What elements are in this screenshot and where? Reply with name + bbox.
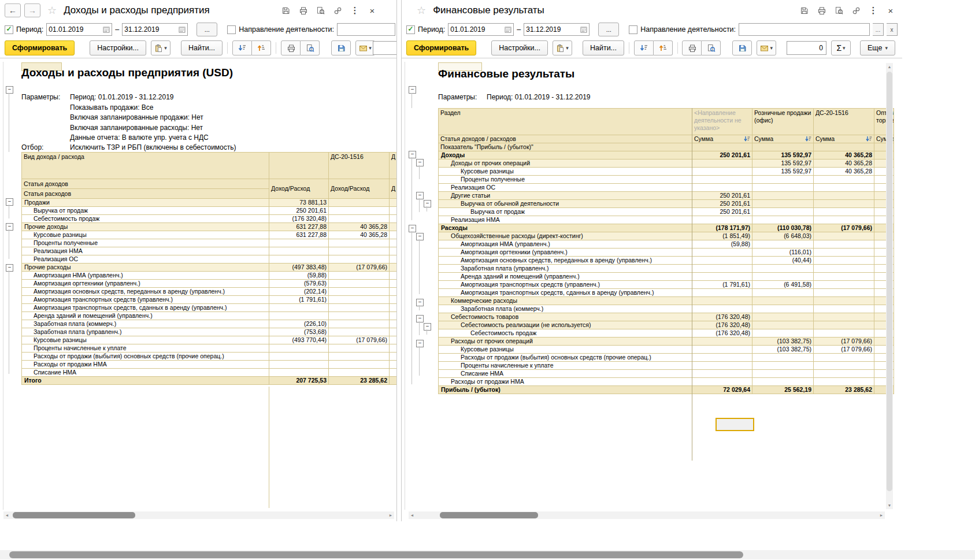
cell-label[interactable]: Заработная плата (управленч.)	[22, 328, 269, 336]
cell-value[interactable]: (178 171,97)	[692, 224, 752, 232]
cell-value[interactable]: (753,68)	[269, 328, 329, 336]
cell-value[interactable]	[692, 354, 752, 362]
cell-value[interactable]: (17 079,66)	[814, 346, 874, 354]
cell-value[interactable]	[752, 321, 814, 329]
cell-value[interactable]	[390, 344, 397, 353]
calendar-icon[interactable]	[505, 26, 511, 33]
cell-value[interactable]: 250 201,61	[269, 207, 329, 215]
get-link-icon[interactable]	[331, 4, 344, 17]
direction-checkbox[interactable]	[629, 25, 637, 34]
horizontal-scrollbar[interactable]: ◄ ►	[3, 511, 394, 519]
autosum-button[interactable]: Σ ▾	[831, 40, 851, 55]
cell-value[interactable]	[692, 249, 752, 257]
cell-label[interactable]: Амортизация транспортных средств, сданны…	[439, 289, 692, 297]
print-preview-button[interactable]	[301, 40, 320, 55]
preview-icon[interactable]	[832, 4, 846, 17]
scroll-right-icon[interactable]: ►	[878, 511, 885, 519]
column-header-empty[interactable]	[752, 143, 814, 151]
save-result-button[interactable]	[331, 40, 351, 55]
cell-value[interactable]	[752, 297, 814, 305]
row-header-indicator[interactable]: Показатель "Прибыль / (убыток)"	[439, 143, 692, 151]
cell-value[interactable]	[329, 272, 390, 280]
cell-value[interactable]: 250 201,61	[692, 200, 752, 208]
find-button[interactable]: Найти...	[181, 40, 223, 55]
cell-value[interactable]	[269, 239, 329, 247]
cell-label[interactable]: Амортизация транспортных средств (управл…	[439, 281, 692, 289]
cell-value[interactable]	[390, 207, 397, 215]
sort-descending-button[interactable]	[634, 40, 654, 55]
cell-value[interactable]	[752, 184, 814, 192]
cell-value[interactable]	[269, 312, 329, 320]
find-button[interactable]: Найти...	[583, 40, 624, 55]
cell-value[interactable]	[692, 257, 752, 265]
cell-value[interactable]: (103 382,75)	[752, 338, 814, 346]
cell-value[interactable]	[329, 353, 390, 361]
cell-value[interactable]	[752, 362, 814, 370]
cell-value[interactable]	[390, 199, 397, 207]
cell-value[interactable]	[814, 329, 874, 338]
cell-label[interactable]: Себестоимость товаров	[439, 313, 692, 321]
cell-value[interactable]	[269, 369, 329, 377]
cell-label[interactable]: Реализация НМА	[22, 247, 269, 255]
cell-value[interactable]: (1 791,61)	[269, 296, 329, 304]
cell-value[interactable]	[329, 320, 390, 328]
collapse-group-button[interactable]: −	[416, 299, 424, 306]
cell-value[interactable]: 135 592,97	[752, 151, 814, 160]
cell-label[interactable]: Амортизация транспортных средств, сданны…	[22, 304, 269, 312]
row-header-items[interactable]: Статья доходов / расходов	[439, 135, 692, 143]
horizontal-scrollbar[interactable]: ◄ ►	[409, 511, 885, 519]
back-button[interactable]: ←	[5, 3, 21, 17]
cell-value[interactable]: (226,10)	[269, 320, 329, 328]
send-email-button[interactable]: ▾	[355, 40, 375, 55]
cell-value[interactable]: (110 030,78)	[752, 224, 814, 232]
generate-button[interactable]: Сформировать	[406, 40, 476, 55]
workspace-scrollbar[interactable]	[0, 550, 975, 559]
cell-value[interactable]	[390, 304, 397, 312]
column-header-empty[interactable]	[814, 143, 874, 151]
cell-value[interactable]	[390, 377, 397, 385]
cell-value[interactable]	[814, 216, 874, 224]
collapse-group-button[interactable]: −	[416, 159, 424, 166]
cell-value[interactable]	[329, 312, 390, 320]
cell-value[interactable]	[692, 338, 752, 346]
cell-value[interactable]	[692, 216, 752, 224]
cell-value[interactable]	[752, 273, 814, 281]
cell-label[interactable]: Прочие доходы	[22, 223, 269, 231]
cell-value[interactable]	[752, 208, 814, 216]
direction-choose-button[interactable]: ...	[873, 23, 884, 36]
cell-value[interactable]: 631 227,88	[269, 231, 329, 239]
cell-label[interactable]: Амортизация оргтехники (управленч.)	[22, 280, 269, 288]
cell-value[interactable]	[692, 370, 752, 378]
cell-value[interactable]	[814, 362, 874, 370]
cell-value[interactable]	[390, 320, 397, 328]
cell-label[interactable]: Итого	[22, 377, 269, 385]
cell-label[interactable]: Расходы от продажи (выбытия) основных ср…	[439, 354, 692, 362]
cell-label[interactable]: Прибыль / (убыток)	[439, 386, 692, 394]
cell-value[interactable]	[814, 297, 874, 305]
paste-settings-button[interactable]: ▾	[553, 40, 572, 55]
cell-value[interactable]	[329, 296, 390, 304]
sort-ascending-button[interactable]	[654, 40, 673, 55]
column-header-empty[interactable]	[692, 143, 752, 151]
cell-value[interactable]	[329, 247, 390, 255]
period-more-button[interactable]: ...	[598, 23, 619, 36]
save-icon[interactable]	[797, 4, 811, 17]
column-header-direction[interactable]: <Направление деятельности не указано>	[692, 109, 752, 135]
cell-value[interactable]	[390, 280, 397, 288]
selected-cell[interactable]	[716, 418, 754, 431]
cell-value[interactable]	[752, 329, 814, 338]
cell-value[interactable]	[390, 361, 397, 369]
cell-value[interactable]	[814, 240, 874, 249]
cell-value[interactable]: (176 320,48)	[269, 215, 329, 223]
cell-value[interactable]	[269, 361, 329, 369]
cell-value[interactable]	[329, 239, 390, 247]
column-header-sum[interactable]: Сумма	[692, 135, 752, 143]
cell-label[interactable]: Доходы от прочих операций	[439, 160, 692, 168]
cell-value[interactable]: (176 320,48)	[692, 329, 752, 338]
cell-value[interactable]	[269, 344, 329, 353]
cell-value[interactable]: 135 592,97	[752, 168, 814, 176]
row-header-income[interactable]: Статья доходов	[22, 179, 269, 189]
cell-value[interactable]	[692, 305, 752, 313]
collapse-group-button[interactable]: −	[424, 200, 431, 207]
cell-value[interactable]	[814, 321, 874, 329]
